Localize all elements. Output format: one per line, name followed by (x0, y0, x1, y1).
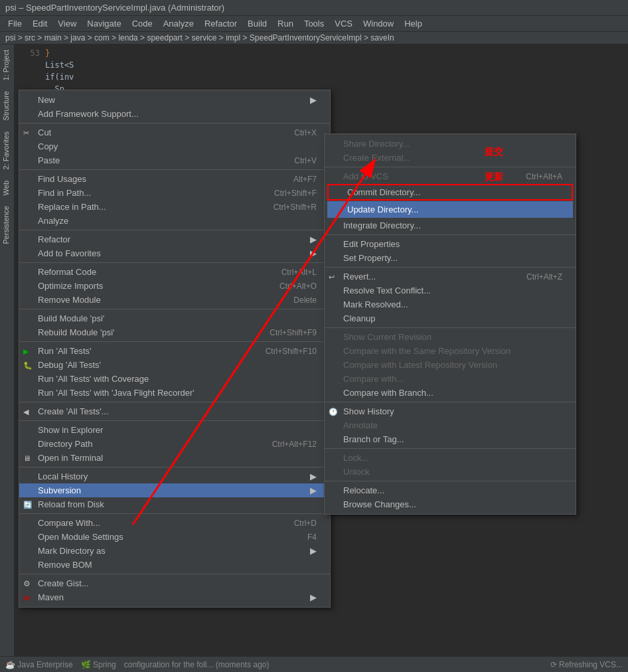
sub-show-current-revision: Show Current Revision (325, 330, 576, 344)
sub-annotate: Annotate (325, 418, 576, 432)
menu-item-file[interactable]: File (3, 17, 27, 30)
sub-share-directory[interactable]: Share Directory... (325, 137, 576, 151)
breadcrumb: psi > src > main > java > com > lenda > … (0, 32, 628, 44)
cm-reload-disk[interactable]: 🔄 Reload from Disk (19, 497, 330, 511)
cm-find-in-path[interactable]: Find in Path...Ctrl+Shift+F (19, 186, 330, 200)
subversion-label: Subversion (38, 485, 81, 495)
sub-revert[interactable]: ↩ Revert...Ctrl+Alt+Z (325, 270, 576, 284)
persistence-tab[interactable]: Persistence (0, 201, 14, 249)
cm-optimize-imports[interactable]: Optimize ImportsCtrl+Alt+O (19, 279, 330, 293)
cm-add-to-favorites[interactable]: Add to Favorites▶ (19, 246, 330, 260)
favorites-tab[interactable]: 2: Favorites (0, 126, 14, 175)
status-java-enterprise: ☕ Java Enterprise (5, 660, 73, 669)
cm-refactor[interactable]: Refactor▶ (19, 232, 330, 246)
cm-cut[interactable]: ✂ CutCtrl+X (19, 126, 330, 139)
cm-copy[interactable]: Copy (19, 139, 330, 153)
sub-mark-resolved[interactable]: Mark Resolved... (325, 297, 576, 311)
menu-item-edit[interactable]: Edit (27, 17, 52, 30)
cm-run-all-tests[interactable]: ▶ Run 'All Tests'Ctrl+Shift+F10 (19, 344, 330, 358)
cm-directory-path[interactable]: Directory PathCtrl+Alt+F12 (19, 437, 330, 451)
sub-branch-or-tag[interactable]: Branch or Tag... (325, 432, 576, 446)
sub-compare-latest-repo: Compare with Latest Repository Version (325, 358, 576, 372)
cm-subversion[interactable]: Subversion ▶ (19, 483, 330, 497)
sub-lock: Lock... (325, 451, 576, 465)
menu-bar: FileEditViewNavigateCodeAnalyzeRefactorB… (0, 16, 628, 32)
cm-show-explorer[interactable]: Show in Explorer (19, 423, 330, 437)
breadcrumb-text: psi > src > main > java > com > lenda > … (5, 33, 394, 42)
menu-item-analyze[interactable]: Analyze (158, 17, 199, 30)
cm-create-all-tests[interactable]: ◀ Create 'All Tests'... (19, 404, 330, 418)
cm-compare-with[interactable]: Compare With...Ctrl+D (19, 516, 330, 530)
menu-item-vcs[interactable]: VCS (329, 17, 358, 30)
cm-rebuild-module[interactable]: Rebuild Module 'psi'Ctrl+Shift+F9 (19, 325, 330, 339)
menu-item-window[interactable]: Window (358, 17, 399, 30)
status-spring: 🌿 Spring (81, 660, 116, 669)
cm-open-terminal[interactable]: 🖥 Open in Terminal (19, 451, 330, 465)
left-tabs: 1: Project Structure 2: Favorites Web Pe… (0, 44, 15, 663)
sub-compare-same-repo: Compare with the Same Repository Version (325, 344, 576, 358)
sub-unlock: Unlock (325, 465, 576, 479)
cm-new[interactable]: New▶ (19, 93, 330, 107)
cm-local-history[interactable]: Local History▶ (19, 469, 330, 483)
cm-reformat-code[interactable]: Reformat CodeCtrl+Alt+L (19, 265, 330, 279)
main-area: 1: Project Structure 2: Favorites Web Pe… (0, 44, 628, 663)
cm-run-coverage[interactable]: Run 'All Tests' with Coverage (19, 372, 330, 386)
sub-integrate-directory[interactable]: Integrate Directory... (325, 218, 576, 232)
sub-show-history[interactable]: 🕐 Show History (325, 404, 576, 418)
cm-create-gist[interactable]: ⚙ Create Gist... (19, 576, 330, 590)
status-config-info: configuration for the foll... (moments a… (124, 660, 270, 669)
context-menu-sub: Share Directory... Create External... Ad… (324, 133, 576, 515)
sub-compare-with-branch[interactable]: Compare with Branch... (325, 386, 576, 400)
cm-analyze[interactable]: Analyze (19, 214, 330, 228)
project-tab[interactable]: 1: Project (0, 44, 14, 86)
status-refreshing-vcs: ⟳ Refreshing VCS... (550, 660, 623, 669)
cm-build-module[interactable]: Build Module 'psi' (19, 311, 330, 325)
sub-commit-directory[interactable]: Commit Directory... (329, 185, 572, 199)
sub-update-directory[interactable]: Update Directory... (329, 203, 572, 216)
cm-run-jfr[interactable]: Run 'All Tests' with 'Java Flight Record… (19, 386, 330, 400)
context-menu-main: New▶ Add Framework Support... ✂ CutCtrl+… (19, 90, 331, 608)
cm-find-usages[interactable]: Find UsagesAlt+F7 (19, 172, 330, 186)
cm-maven[interactable]: m Maven▶ (19, 590, 330, 604)
sub-cleanup[interactable]: Cleanup (325, 311, 576, 325)
cm-replace-in-path[interactable]: Replace in Path...Ctrl+Shift+R (19, 200, 330, 214)
menu-item-tools[interactable]: Tools (299, 17, 329, 30)
sub-add-to-vcs: Add to VCSCtrl+Alt+A (325, 169, 576, 183)
sub-edit-properties[interactable]: Edit Properties (325, 237, 576, 251)
web-tab[interactable]: Web (0, 175, 14, 201)
sub-create-external[interactable]: Create External... (325, 151, 576, 165)
cm-remove-bom[interactable]: Remove BOM (19, 558, 330, 572)
sub-browse-changes[interactable]: Browse Changes... (325, 497, 576, 511)
sub-resolve-conflict[interactable]: Resolve Text Conflict... (325, 284, 576, 297)
menu-item-view[interactable]: View (52, 17, 82, 30)
title-text: psi – SpeedPartInventoryServiceImpl.java… (5, 3, 224, 13)
cm-debug-all-tests[interactable]: 🐛 Debug 'All Tests' (19, 358, 330, 372)
cm-add-framework[interactable]: Add Framework Support... (19, 107, 330, 121)
menu-item-help[interactable]: Help (399, 17, 428, 30)
menu-item-code[interactable]: Code (127, 17, 158, 30)
structure-tab[interactable]: Structure (0, 86, 14, 126)
menu-item-navigate[interactable]: Navigate (82, 17, 126, 30)
status-bar: ☕ Java Enterprise 🌿 Spring configuration… (0, 656, 628, 672)
cm-paste[interactable]: PasteCtrl+V (19, 153, 330, 167)
sub-set-property[interactable]: Set Property... (325, 251, 576, 265)
menu-item-build[interactable]: Build (242, 17, 272, 30)
title-bar: psi – SpeedPartInventoryServiceImpl.java… (0, 0, 628, 16)
cm-open-module-settings[interactable]: Open Module SettingsF4 (19, 530, 330, 544)
cm-remove-module[interactable]: Remove ModuleDelete (19, 293, 330, 307)
sub-compare-with: Compare with... (325, 372, 576, 386)
cm-mark-directory[interactable]: Mark Directory as▶ (19, 544, 330, 558)
sub-relocate[interactable]: Relocate... (325, 483, 576, 497)
menu-item-run[interactable]: Run (272, 17, 299, 30)
menu-item-refactor[interactable]: Refactor (199, 17, 242, 30)
